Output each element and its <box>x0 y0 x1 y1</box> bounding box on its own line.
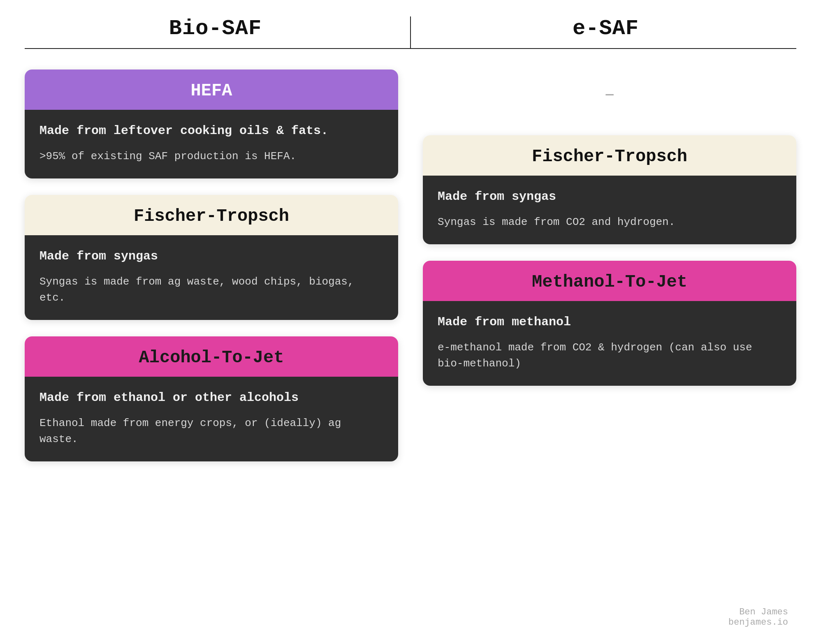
alcohol-to-jet-header: Alcohol-To-Jet <box>25 336 398 377</box>
alcohol-to-jet-sub-text: Ethanol made from energy crops, or (idea… <box>39 415 383 447</box>
attribution: Ben James benjames.io <box>728 607 788 628</box>
fischer-tropsch-bio-title: Fischer-Tropsch <box>134 206 289 226</box>
fischer-tropsch-e-sub-text: Syngas is made from CO2 and hydrogen. <box>438 214 782 230</box>
bio-saf-column: HEFA Made from leftover cooking oils & f… <box>25 69 398 461</box>
alcohol-to-jet-card: Alcohol-To-Jet Made from ethanol or othe… <box>25 336 398 461</box>
methanol-to-jet-header: Methanol-To-Jet <box>423 261 796 301</box>
bio-saf-title: Bio-SAF <box>25 16 406 48</box>
fischer-tropsch-bio-main-text: Made from syngas <box>39 248 383 265</box>
alcohol-to-jet-title: Alcohol-To-Jet <box>139 348 284 368</box>
hefa-header: HEFA <box>25 69 398 110</box>
methanol-to-jet-body: Made from methanol e-methanol made from … <box>423 301 796 386</box>
fischer-tropsch-bio-sub-text: Syngas is made from ag waste, wood chips… <box>39 274 383 306</box>
page-header: Bio-SAF e-SAF <box>25 16 796 49</box>
e-saf-column: — Fischer-Tropsch Made from syngas Synga… <box>423 69 796 386</box>
methanol-to-jet-main-text: Made from methanol <box>438 313 782 331</box>
hefa-main-text: Made from leftover cooking oils & fats. <box>39 122 383 139</box>
hefa-title: HEFA <box>191 81 232 101</box>
methanol-to-jet-sub-text: e-methanol made from CO2 & hydrogen (can… <box>438 340 782 372</box>
attribution-name: Ben James <box>728 607 788 617</box>
fischer-tropsch-bio-card: Fischer-Tropsch Made from syngas Syngas … <box>25 195 398 320</box>
fischer-tropsch-bio-header: Fischer-Tropsch <box>25 195 398 235</box>
fischer-tropsch-e-main-text: Made from syngas <box>438 188 782 205</box>
fischer-tropsch-e-card: Fischer-Tropsch Made from syngas Syngas … <box>423 135 796 244</box>
fischer-tropsch-bio-body: Made from syngas Syngas is made from ag … <box>25 235 398 320</box>
hefa-sub-text: >95% of existing SAF production is HEFA. <box>39 148 383 164</box>
placeholder-dash-text: — <box>605 87 613 102</box>
header-divider <box>410 16 411 48</box>
main-columns: HEFA Made from leftover cooking oils & f… <box>25 69 796 461</box>
alcohol-to-jet-body: Made from ethanol or other alcohols Etha… <box>25 377 398 461</box>
attribution-site: benjames.io <box>728 617 788 628</box>
alcohol-to-jet-main-text: Made from ethanol or other alcohols <box>39 389 383 406</box>
hefa-body: Made from leftover cooking oils & fats. … <box>25 110 398 178</box>
fischer-tropsch-e-header: Fischer-Tropsch <box>423 135 796 176</box>
placeholder-area: — <box>423 69 796 119</box>
fischer-tropsch-e-title: Fischer-Tropsch <box>532 147 687 167</box>
methanol-to-jet-card: Methanol-To-Jet Made from methanol e-met… <box>423 261 796 386</box>
methanol-to-jet-title: Methanol-To-Jet <box>532 272 687 292</box>
hefa-card: HEFA Made from leftover cooking oils & f… <box>25 69 398 178</box>
e-saf-title: e-SAF <box>415 16 796 48</box>
fischer-tropsch-e-body: Made from syngas Syngas is made from CO2… <box>423 176 796 244</box>
